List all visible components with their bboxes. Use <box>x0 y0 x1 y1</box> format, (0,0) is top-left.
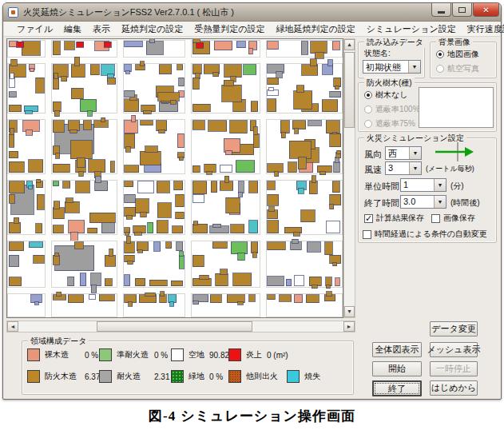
legend-item: 炎上0 (m²) <box>228 348 288 361</box>
auto-change-conditions-checkbox[interactable]: 時間経過による条件の自動変更 <box>363 229 487 240</box>
restart-button[interactable]: はじめから <box>430 380 478 396</box>
end-time-unit: (時間後) <box>450 197 480 209</box>
menu-item-3[interactable]: 延焼判定の設定 <box>116 22 189 37</box>
legend-label: 準耐火造 <box>117 349 154 360</box>
scroll-left-button[interactable]: ◄ <box>7 321 18 332</box>
vertical-scroll-thumb[interactable] <box>344 52 355 128</box>
window-title: 火災延焼シミュレーションFSS2 Ver2.7.0.1 ( 松山市 ) <box>23 6 234 18</box>
scroll-up-button[interactable]: ▲ <box>344 39 355 50</box>
chevron-down-icon[interactable]: ▼ <box>409 147 421 159</box>
background-image-radio-group: 地図画像航空写真 <box>431 46 479 78</box>
legend-item: 緑地0 % <box>171 370 223 383</box>
end-time-value: 3.0 <box>401 196 434 208</box>
wind-speed-label: 風速 <box>364 164 382 176</box>
legend-label: 空地 <box>189 349 209 360</box>
chevron-down-icon[interactable]: ▼ <box>408 61 420 73</box>
legend-item: 防火木造6.37 % <box>27 370 109 383</box>
legend-label: 裸木造 <box>45 349 85 360</box>
menu-item-1[interactable]: 編集 <box>58 22 87 37</box>
legend-row-1: 防火木造6.37 %耐火造2.31 %緑地0 %他則出火焼失 <box>22 370 353 386</box>
legend-item: 耐火造2.31 % <box>99 370 179 383</box>
save-results-checkbox[interactable]: 計算結果保存 <box>364 213 424 224</box>
horizontal-scroll-thumb[interactable] <box>97 321 252 332</box>
map-canvas[interactable] <box>7 39 343 317</box>
chevron-down-icon[interactable]: ▼ <box>409 162 421 174</box>
data-change-button[interactable]: データ変更 <box>430 321 478 336</box>
maximize-button[interactable] <box>452 3 472 17</box>
wind-direction-label: 風向 <box>364 149 382 161</box>
mesh-display-label: メッシュ表示 <box>427 344 480 356</box>
save-images-label: 画像保存 <box>443 213 475 224</box>
scroll-down-button[interactable]: ▼ <box>344 306 355 317</box>
state-name-value: 初期状態 <box>363 61 408 73</box>
map-horizontal-scrollbar[interactable]: ◄ ► <box>6 321 355 332</box>
mesh-display-button[interactable]: メッシュ表示 <box>430 342 478 357</box>
radios-bg-option-0[interactable]: 地図画像 <box>436 49 479 60</box>
menu-item-2[interactable]: 表示 <box>87 22 116 37</box>
legend-row-0: 裸木造0 %準耐火造0 %空地90.82 %炎上0 (m²) <box>22 348 353 364</box>
radio-label: 樹木なし <box>375 90 407 101</box>
legend-label: 焼失 <box>304 371 320 382</box>
full-map-button[interactable]: 全体図表示 <box>372 342 422 357</box>
radio-icon <box>364 91 372 99</box>
legend-swatch <box>171 348 184 361</box>
figure-number: 図-4 <box>149 408 176 424</box>
minimize-icon <box>438 11 445 14</box>
radios-tree-option-0[interactable]: 樹木なし <box>364 90 420 101</box>
close-button[interactable]: ✕ <box>473 3 499 17</box>
legend-swatch <box>99 348 112 361</box>
simulation-settings-group: 火災シミュレーション設定 風向 西 ▼ 風速 3 ▼ (メートル毎秒) 単位時間… <box>358 137 497 243</box>
start-button[interactable]: 開始 <box>372 361 422 376</box>
background-image-group: 背景画像 地図画像航空写真 <box>430 42 497 78</box>
menu-item-5[interactable]: 緑地延焼判定の設定 <box>271 22 361 37</box>
legend-swatch <box>99 370 112 383</box>
titlebar[interactable]: 火災延焼シミュレーションFSS2 Ver2.7.0.1 ( 松山市 ) ✕ <box>3 3 501 22</box>
close-icon: ✕ <box>482 6 489 14</box>
legend-swatch <box>287 370 300 383</box>
minimize-button[interactable] <box>431 3 451 17</box>
radio-icon <box>436 50 444 58</box>
menu-item-4[interactable]: 受熱量判定の設定 <box>189 22 270 37</box>
wind-speed-unit: (メートル毎秒) <box>426 164 474 174</box>
chevron-down-icon[interactable]: ▼ <box>434 196 446 208</box>
maximize-icon <box>458 7 466 13</box>
menu-item-7[interactable]: 実行速度設定 <box>462 22 504 37</box>
chevron-down-icon[interactable]: ▼ <box>434 179 446 191</box>
legend-value: 0 % <box>209 372 223 381</box>
restart-label: はじめから <box>431 382 476 394</box>
state-name-label: 状態名: <box>364 48 391 59</box>
radio-label: 遮蔽率100% <box>375 104 420 115</box>
menu-item-6[interactable]: シミュレーション設定 <box>361 22 462 37</box>
map-viewport[interactable] <box>6 38 343 318</box>
auto-change-conditions-label: 時間経過による条件の自動変更 <box>375 229 487 240</box>
checkbox-icon <box>431 214 440 223</box>
save-results-label: 計算結果保存 <box>376 213 424 224</box>
radio-label: 航空写真 <box>447 63 479 74</box>
tree-preview-box <box>419 87 494 128</box>
unit-time-unit: (分) <box>450 181 464 192</box>
scroll-right-button[interactable]: ► <box>343 321 355 332</box>
unit-time-select[interactable]: 1 ▼ <box>400 178 446 192</box>
radio-icon <box>436 65 444 73</box>
legend-swatch <box>228 370 241 383</box>
radios-bg-option-1: 航空写真 <box>436 63 479 74</box>
legend-value: 0 % <box>154 351 168 360</box>
radio-icon <box>364 120 372 128</box>
menu-item-0[interactable]: ファイル <box>11 22 58 37</box>
quit-label: 終了 <box>388 383 406 395</box>
full-map-label: 全体図表示 <box>375 344 419 356</box>
wind-speed-select[interactable]: 3 ▼ <box>385 161 422 175</box>
legend-label: 他則出火 <box>246 371 267 382</box>
end-time-label: 終了時間 <box>364 197 399 209</box>
map-vertical-scrollbar[interactable]: ▲ ▼ <box>343 38 355 318</box>
legend-swatch <box>27 370 40 383</box>
unit-time-label: 単位時間 <box>364 181 399 193</box>
wind-direction-select[interactable]: 西 ▼ <box>385 146 422 160</box>
save-images-checkbox[interactable]: 画像保存 <box>431 213 475 224</box>
quit-button[interactable]: 終了 <box>372 380 422 396</box>
data-change-label: データ変更 <box>431 323 476 335</box>
state-name-select[interactable]: 初期状態 ▼ <box>363 60 421 74</box>
app-icon <box>8 7 18 18</box>
checkbox-icon <box>363 230 371 239</box>
end-time-select[interactable]: 3.0 ▼ <box>400 195 446 209</box>
